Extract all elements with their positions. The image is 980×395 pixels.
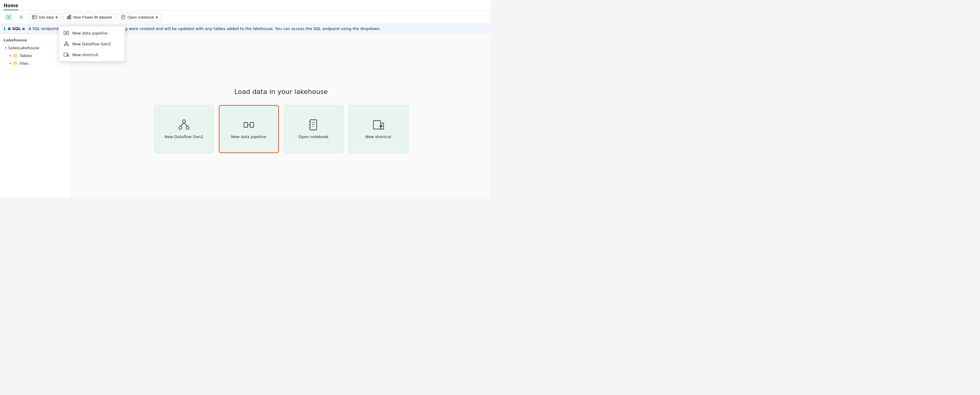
card-notebook[interactable]: Open notebook [284,105,344,153]
card-shortcut[interactable]: New shortcut [348,105,409,153]
card-dataflow[interactable]: New Dataflow Gen2 [154,105,214,153]
svg-rect-18 [70,15,71,19]
pipeline-card-label: New data pipeline [231,134,266,139]
files-chevron-icon: ▾ [10,62,11,65]
svg-rect-7 [64,31,66,35]
tables-folder-icon: 📁 [13,53,18,58]
svg-point-3 [21,16,22,18]
settings-button[interactable] [16,13,26,21]
get-data-button[interactable]: Get data ▾ [29,13,61,21]
svg-line-29 [184,123,188,126]
open-notebook-button[interactable]: Open notebook ▾ [118,13,161,21]
svg-rect-31 [250,123,254,127]
svg-rect-8 [67,31,69,35]
get-data-dropdown: New data pipeline New Dataflow Gen2 [59,26,125,62]
svg-rect-15 [64,53,67,56]
svg-point-27 [186,126,189,129]
content-heading: Load data in your lakehouse [234,88,328,96]
svg-line-14 [66,43,68,45]
files-folder-icon: 📁 [13,61,18,66]
content-area: Load data in your lakehouse New Dataflow… [72,33,490,198]
notebook-icon [121,15,126,19]
svg-point-11 [64,45,66,46]
svg-point-12 [67,45,69,46]
svg-rect-17 [68,16,69,19]
shortcut-menu-icon [63,52,69,57]
dataflow-card-label: New Dataflow Gen2 [164,134,203,139]
svg-rect-33 [310,120,317,130]
get-data-icon [32,15,37,19]
new-item-button[interactable] [3,13,14,21]
settings-icon [19,15,24,19]
svg-rect-4 [32,15,37,19]
notebook-chevron-icon: ▾ [156,15,158,19]
svg-rect-16 [67,16,68,19]
svg-point-25 [183,120,186,123]
svg-rect-40 [373,121,380,129]
pipeline-menu-icon [63,30,69,36]
shortcut-card-icon [372,119,385,131]
svg-point-26 [179,126,182,129]
new-power-bi-button[interactable]: New Power BI dataset [63,13,115,21]
dataflow-card-icon [178,119,190,131]
info-icon: ℹ [3,26,5,32]
pipeline-card-icon [243,119,255,131]
svg-line-28 [180,123,184,126]
cards-row: New Dataflow Gen2 New data pipeline [154,105,409,153]
notebook-card-icon [308,119,320,131]
svg-point-10 [66,42,67,43]
menu-item-pipeline[interactable]: New data pipeline [59,28,124,38]
menu-item-shortcut[interactable]: New shortcut [59,49,124,60]
menu-item-dataflow[interactable]: New Dataflow Gen2 [59,38,124,49]
chevron-down-icon: ▾ [56,15,57,19]
power-bi-icon [67,15,72,19]
notebook-card-label: Open notebook [299,134,329,139]
svg-rect-30 [244,123,248,127]
svg-line-13 [65,43,66,45]
saleslakehouse-label: SalesLakehouse [8,46,39,50]
files-label: Files [20,61,29,66]
tables-chevron-icon: ▾ [10,54,11,57]
page-title: Home [3,1,18,10]
dataflow-menu-icon [63,41,69,47]
shortcut-card-label: New shortcut [365,134,391,139]
tables-label: Tables [20,53,32,58]
card-pipeline[interactable]: New data pipeline [219,105,279,153]
chevron-expand-icon: ▾ [5,46,6,49]
new-item-icon [6,15,11,19]
